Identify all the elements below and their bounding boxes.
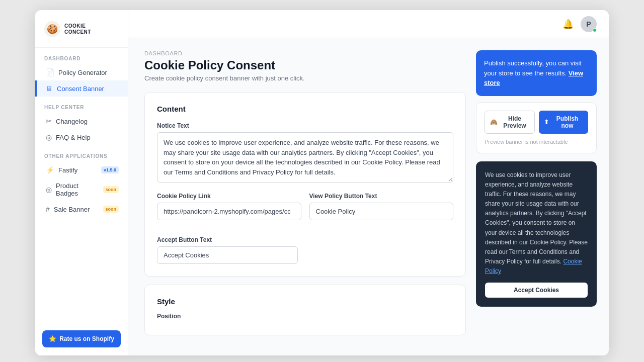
cookie-banner-preview: We use cookies to improve user experienc… <box>476 161 597 307</box>
view-policy-button-group: View Policy Button Text <box>309 193 454 228</box>
right-column: Publish successfully, you can visit your… <box>476 50 597 343</box>
hide-preview-button[interactable]: 🙈 Hide Preview <box>485 111 535 134</box>
upload-icon: ⬆ <box>544 119 549 126</box>
sidebar-item-policy-generator[interactable]: 📄 Policy Generator <box>35 64 128 80</box>
avatar[interactable]: P <box>581 16 597 32</box>
position-label: Position <box>157 313 453 320</box>
sidebar-section-dashboard: Dashboard 📄 Policy Generator 🖥 Consent B… <box>35 48 128 97</box>
rate-shopify-button[interactable]: ⭐ Rate us on Shopify <box>42 330 121 347</box>
sidebar-item-fastify[interactable]: ⚡ Fastify v1.5.0 <box>35 162 128 178</box>
page-content: Dashboard Cookie Policy Consent Create c… <box>128 38 609 355</box>
view-policy-button-input[interactable] <box>309 203 454 220</box>
style-card: Style Position <box>144 285 466 335</box>
left-column: Dashboard Cookie Policy Consent Create c… <box>144 50 466 343</box>
section-label-help: Help Center <box>35 97 128 113</box>
document-icon: 📄 <box>46 68 54 76</box>
fastify-icon: ⚡ <box>46 166 54 174</box>
accept-button-text-input[interactable] <box>157 246 298 264</box>
sidebar-section-other-apps: Other Applications ⚡ Fastify v1.5.0 ◎ Pr… <box>35 145 128 217</box>
help-icon: ◎ <box>46 133 52 141</box>
style-card-title: Style <box>157 297 453 306</box>
notice-text-group: Notice Text We use cookies to improve us… <box>157 122 453 185</box>
notification-icon[interactable]: 🔔 <box>562 19 574 30</box>
product-badges-icon: ◎ <box>46 186 52 194</box>
sidebar-item-faq[interactable]: ◎ FAQ & Help <box>35 129 128 145</box>
publish-success-banner: Publish successfully, you can visit your… <box>476 50 597 96</box>
notice-text-label: Notice Text <box>157 122 453 129</box>
sidebar-item-sale-banner[interactable]: # Sale Banner soon <box>35 201 128 217</box>
sidebar-item-product-badges[interactable]: ◎ Product Badges soon <box>35 178 128 201</box>
page-subtitle: Create cookie policy consent banner with… <box>144 74 466 82</box>
content-card: Content Notice Text We use cookies to im… <box>144 92 466 277</box>
cookie-accept-button-preview[interactable]: Accept Cookies <box>485 283 588 298</box>
app-window: 🍪 COOKIE CONCENT Dashboard 📄 Policy Gene… <box>35 10 609 355</box>
accept-button-text-group: Accept Button Text <box>157 236 453 264</box>
sidebar: 🍪 COOKIE CONCENT Dashboard 📄 Policy Gene… <box>35 10 128 355</box>
section-label-other-apps: Other Applications <box>35 145 128 162</box>
publish-btn-row: 🙈 Hide Preview ⬆ Publish now <box>485 111 588 134</box>
sale-banner-icon: # <box>46 205 50 213</box>
logo-text: COOKIE CONCENT <box>64 23 91 35</box>
cookie-policy-link-label: Cookie Policy Link <box>157 193 301 200</box>
sidebar-item-consent-banner[interactable]: 🖥 Consent Banner <box>35 80 128 97</box>
sidebar-logo: 🍪 COOKIE CONCENT <box>35 10 128 48</box>
cookie-policy-link-input[interactable] <box>157 203 301 220</box>
logo-icon: 🍪 <box>44 21 60 37</box>
notice-text-input[interactable]: We use cookies to improve user experienc… <box>157 132 453 183</box>
sidebar-bottom: ⭐ Rate us on Shopify <box>35 330 128 347</box>
breadcrumb: Dashboard <box>144 50 466 56</box>
changelog-icon: ✂ <box>46 117 52 125</box>
publish-actions-card: 🙈 Hide Preview ⬆ Publish now Preview ban… <box>476 102 597 153</box>
view-policy-button-label: View Policy Button Text <box>309 193 454 200</box>
main-content: 🔔 P Dashboard Cookie Policy Consent Crea… <box>128 10 609 355</box>
banner-icon: 🖥 <box>46 84 53 93</box>
cookie-preview-text: We use cookies to improve user experienc… <box>485 170 588 277</box>
eye-slash-icon: 🙈 <box>490 119 498 126</box>
shopify-icon: ⭐ <box>49 335 56 342</box>
content-card-title: Content <box>157 105 453 113</box>
policy-link-row: Cookie Policy Link View Policy Button Te… <box>157 193 453 228</box>
accept-button-text-label: Accept Button Text <box>157 236 453 243</box>
section-label-dashboard: Dashboard <box>35 48 128 64</box>
avatar-online-dot <box>593 28 597 32</box>
preview-note: Preview banner is not interactable <box>485 139 588 145</box>
cookie-policy-link-group: Cookie Policy Link <box>157 193 301 220</box>
sale-banner-soon-badge: soon <box>103 206 119 213</box>
publish-now-button[interactable]: ⬆ Publish now <box>539 111 588 134</box>
product-badges-soon-badge: soon <box>103 186 119 193</box>
sidebar-item-changelog[interactable]: ✂ Changelog <box>35 113 128 129</box>
sidebar-section-help: Help Center ✂ Changelog ◎ FAQ & Help <box>35 97 128 145</box>
top-bar: 🔔 P <box>128 10 609 38</box>
fastify-version-badge: v1.5.0 <box>101 166 119 173</box>
page-title: Cookie Policy Consent <box>144 58 466 72</box>
